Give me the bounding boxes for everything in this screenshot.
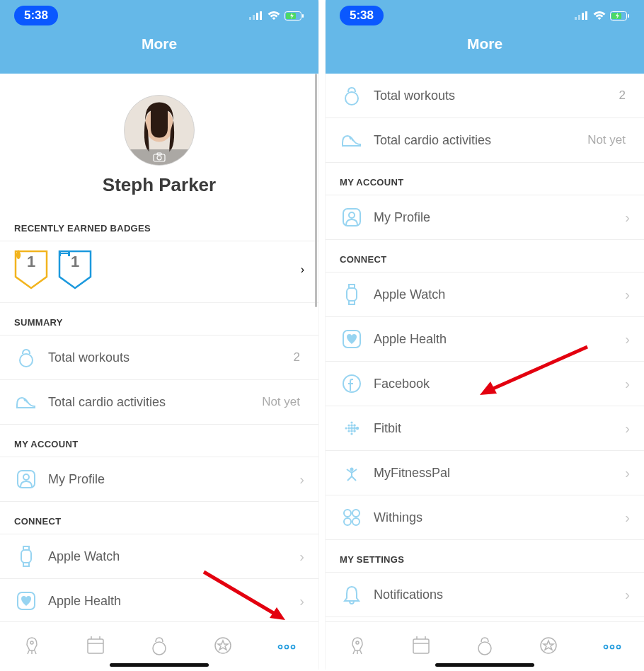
myfitnesspal-icon bbox=[340, 461, 364, 485]
svg-point-21 bbox=[153, 642, 166, 655]
home-indicator[interactable] bbox=[435, 663, 534, 667]
svg-rect-34 bbox=[628, 14, 629, 18]
badge-flame: 1 bbox=[14, 250, 48, 289]
svg-rect-0 bbox=[249, 17, 251, 20]
svg-rect-17 bbox=[21, 550, 31, 563]
signal-icon bbox=[575, 11, 589, 20]
tab-kettlebell[interactable] bbox=[474, 635, 495, 659]
row-myfitnesspal[interactable]: MyFitnessPal › bbox=[326, 451, 644, 495]
tab-rocket[interactable] bbox=[21, 635, 42, 659]
tab-rocket[interactable] bbox=[347, 635, 368, 659]
camera-icon bbox=[153, 152, 166, 162]
scroll-indicator[interactable] bbox=[315, 74, 317, 307]
row-notifications[interactable]: Notifications › bbox=[326, 573, 644, 617]
chevron-right-icon: › bbox=[625, 331, 630, 348]
row-facebook[interactable]: Facebook › bbox=[326, 362, 644, 406]
svg-point-42 bbox=[347, 424, 350, 426]
avatar[interactable] bbox=[124, 95, 195, 166]
chevron-right-icon: › bbox=[301, 263, 304, 276]
tab-more[interactable] bbox=[602, 641, 623, 653]
chevron-right-icon: › bbox=[299, 471, 304, 488]
row-apple-watch[interactable]: Apple Watch › bbox=[326, 273, 644, 317]
svg-point-56 bbox=[352, 510, 360, 517]
shoe-icon bbox=[340, 128, 364, 152]
content-right: Total workouts 2 Total cardio activities… bbox=[326, 74, 644, 621]
status-bar: 5:38 bbox=[0, 0, 318, 31]
row-cardio[interactable]: Total cardio activities Not yet bbox=[326, 118, 644, 163]
svg-point-54 bbox=[350, 468, 354, 471]
row-label: Apple Watch bbox=[48, 549, 299, 564]
svg-point-23 bbox=[279, 645, 282, 648]
row-label: Total cardio activities bbox=[48, 395, 262, 410]
status-icons bbox=[575, 11, 630, 21]
heart-icon bbox=[14, 589, 38, 613]
tab-more[interactable] bbox=[276, 641, 297, 653]
heart-icon bbox=[340, 327, 364, 351]
kettlebell-icon bbox=[14, 345, 38, 369]
tab-star[interactable] bbox=[538, 635, 559, 659]
badge-value: 1 bbox=[71, 253, 79, 271]
row-label: Total workouts bbox=[374, 88, 619, 103]
tab-calendar[interactable] bbox=[85, 635, 106, 659]
facebook-icon bbox=[340, 372, 364, 396]
row-label: My Profile bbox=[48, 472, 299, 487]
row-label: Apple Health bbox=[374, 332, 625, 347]
shoe-icon bbox=[14, 390, 38, 414]
tab-star[interactable] bbox=[212, 635, 234, 659]
status-bar: 5:38 bbox=[326, 0, 644, 31]
svg-point-24 bbox=[285, 645, 289, 648]
svg-rect-29 bbox=[578, 15, 580, 20]
bell-icon bbox=[340, 583, 364, 607]
svg-point-53 bbox=[356, 427, 359, 430]
badges-row[interactable]: 1 1 › bbox=[0, 241, 318, 303]
row-value: Not yet bbox=[587, 133, 626, 147]
svg-point-37 bbox=[349, 212, 355, 218]
svg-point-44 bbox=[347, 430, 350, 432]
row-profile[interactable]: My Profile › bbox=[0, 457, 318, 502]
watch-icon bbox=[340, 282, 364, 306]
row-label: MyFitnessPal bbox=[374, 466, 625, 481]
profile-name: Steph Parker bbox=[0, 174, 318, 196]
chevron-right-icon: › bbox=[625, 510, 630, 526]
row-label: Fitbit bbox=[374, 421, 625, 436]
row-fitbit[interactable]: Fitbit › bbox=[326, 406, 644, 451]
row-workouts[interactable]: Total workouts 2 bbox=[0, 336, 318, 380]
row-profile[interactable]: My Profile › bbox=[326, 195, 644, 240]
svg-point-60 bbox=[356, 641, 359, 644]
chevron-right-icon: › bbox=[625, 376, 630, 392]
svg-rect-28 bbox=[575, 17, 577, 20]
tab-calendar[interactable] bbox=[410, 635, 432, 659]
fitbit-icon bbox=[340, 416, 364, 440]
camera-overlay bbox=[125, 149, 194, 165]
row-apple-health[interactable]: Apple Health › bbox=[326, 317, 644, 362]
tab-kettlebell[interactable] bbox=[149, 635, 170, 659]
row-label: Facebook bbox=[374, 377, 625, 391]
badge-dumbbell: 1 bbox=[58, 250, 92, 289]
chevron-right-icon: › bbox=[625, 210, 630, 226]
svg-point-16 bbox=[23, 474, 29, 480]
section-connect: CONNECT bbox=[326, 240, 644, 273]
svg-point-55 bbox=[344, 510, 351, 517]
svg-rect-2 bbox=[256, 13, 258, 20]
battery-icon bbox=[610, 11, 630, 21]
phone-left: 5:38 More Steph Parker bbox=[0, 0, 318, 671]
row-label: Apple Health bbox=[48, 594, 299, 609]
svg-point-52 bbox=[353, 430, 356, 432]
wifi-icon bbox=[268, 11, 280, 21]
row-units[interactable]: Units › bbox=[326, 617, 644, 621]
chevron-right-icon: › bbox=[299, 593, 304, 609]
svg-point-19 bbox=[30, 641, 33, 644]
row-cardio[interactable]: Total cardio activities Not yet bbox=[0, 380, 318, 425]
svg-point-10 bbox=[157, 156, 161, 160]
row-withings[interactable]: Withings › bbox=[326, 495, 644, 540]
svg-point-41 bbox=[345, 428, 347, 430]
home-indicator[interactable] bbox=[110, 663, 209, 667]
svg-point-14 bbox=[20, 354, 33, 367]
svg-point-43 bbox=[347, 427, 350, 430]
badge-value: 1 bbox=[27, 253, 35, 271]
row-apple-watch[interactable]: Apple Watch › bbox=[0, 534, 318, 579]
svg-point-62 bbox=[478, 642, 491, 655]
svg-point-51 bbox=[353, 427, 356, 430]
row-workouts[interactable]: Total workouts 2 bbox=[326, 74, 644, 118]
row-apple-health[interactable]: Apple Health › bbox=[0, 579, 318, 621]
